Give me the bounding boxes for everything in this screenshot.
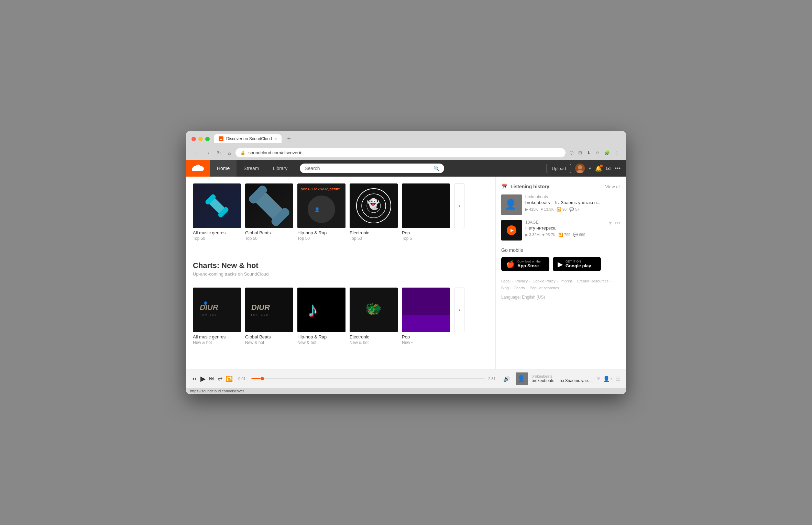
svg-point-0: [578, 165, 582, 169]
new-hot-card-electronic[interactable]: 🐲 Electronic New & hot: [350, 288, 398, 345]
notification-badge: [600, 165, 603, 167]
footer-privacy[interactable]: Privacy: [515, 279, 528, 283]
svg-text:👤: 👤: [203, 301, 208, 306]
svg-point-10: [308, 196, 335, 223]
sep7: ·: [526, 286, 527, 290]
sep5: ·: [610, 279, 611, 283]
svg-rect-35: [402, 315, 450, 332]
extension-icon[interactable]: 🧩: [603, 149, 611, 156]
star-icon[interactable]: ☆: [594, 149, 601, 156]
nav-links: Home Stream Library: [210, 160, 294, 177]
listening-history-title-group: 📅 Listening history: [501, 183, 549, 190]
chart-card-global-beats[interactable]: Global Beats Top 50: [245, 183, 293, 241]
browser-window: ☁ Discover on SoundCloud × + ← → ↻ ⌂ 🔒 s…: [186, 131, 626, 394]
footer-legal[interactable]: Legal: [501, 279, 511, 283]
browser-tab[interactable]: ☁ Discover on SoundCloud ×: [214, 134, 282, 143]
tab-close-btn[interactable]: ×: [275, 137, 277, 141]
notifications-icon[interactable]: 🔔: [595, 165, 602, 172]
repeat-button[interactable]: 🔁: [226, 376, 233, 382]
nav-home[interactable]: Home: [210, 160, 237, 177]
nav-library[interactable]: Library: [266, 160, 294, 177]
footer-imprint[interactable]: Imprint: [560, 279, 572, 283]
history-info-brokeubeats: brokeubeats brokeubeats - Ты Знаешь улет…: [525, 194, 621, 212]
chart-title-hiphop: Hip-hop & Rap: [297, 230, 345, 235]
chart-card-all-genres[interactable]: All music genres Top 50: [193, 183, 241, 241]
reload-button[interactable]: ↻: [215, 149, 223, 157]
new-hot-title-hiphop: Hip-hop & Rap: [297, 334, 345, 339]
new-hot-thumb-pop: [402, 288, 450, 332]
cast-icon[interactable]: ⬡: [568, 149, 575, 156]
upload-button[interactable]: Upload: [547, 164, 571, 173]
player-track-thumb: 👤: [516, 372, 528, 385]
svg-text:SODA LUV X WHY_BERRY: SODA LUV X WHY_BERRY: [301, 188, 340, 191]
soundcloud-logo[interactable]: [186, 160, 210, 177]
player-queue-button[interactable]: ☰: [616, 376, 621, 382]
forward-button[interactable]: →: [203, 149, 212, 157]
new-hot-card-global[interactable]: DIUR TOP 100 Global Beats New & hot: [245, 288, 293, 345]
svg-rect-27: [297, 288, 345, 332]
prev-button[interactable]: ⏮: [191, 376, 197, 382]
dior-artwork-2: DIUR TOP 100: [245, 288, 293, 332]
chart-thumb-electronic: 👻: [350, 183, 398, 228]
more-options-icon[interactable]: •••: [615, 165, 621, 171]
new-hot-card-pop[interactable]: Pop New •: [402, 288, 450, 345]
download-icon[interactable]: ⬇: [585, 149, 592, 156]
app-store-button[interactable]: 🍎 Download on the App Store: [501, 257, 549, 271]
new-hot-next-button[interactable]: ›: [454, 288, 464, 332]
nav-stream[interactable]: Stream: [237, 160, 266, 177]
messages-icon[interactable]: ✉: [606, 165, 611, 172]
history-thumb-10age[interactable]: ▶: [501, 220, 522, 241]
footer-popular[interactable]: Popular searches: [530, 286, 559, 290]
minimize-button[interactable]: [198, 137, 203, 141]
user-avatar[interactable]: [575, 164, 585, 173]
address-bar: ← → ↻ ⌂ 🔒 soundcloud.com/discover# ⬡ ⊞ ⬇…: [186, 146, 626, 160]
player-follow-button[interactable]: 👤+: [603, 376, 613, 382]
close-button[interactable]: [191, 137, 196, 141]
top50-next-button[interactable]: ›: [454, 183, 464, 228]
home-button[interactable]: ⌂: [226, 149, 233, 157]
language-selector[interactable]: English (US): [522, 295, 545, 300]
menu-icon[interactable]: ⋮: [613, 149, 621, 156]
language-label: Language:: [501, 295, 521, 300]
progress-bar[interactable]: [251, 378, 485, 379]
chart-thumb-global-beats: [245, 183, 293, 228]
new-hot-card-all[interactable]: DIUR TOP 100 👤 All music genres New & ho…: [193, 288, 241, 345]
search-input[interactable]: [305, 166, 434, 171]
profile-dropdown-icon[interactable]: ▾: [589, 166, 591, 171]
search-bar[interactable]: 🔍: [300, 164, 444, 173]
total-time: 2:31: [488, 377, 498, 381]
history-item-brokeubeats: 👤 brokeubeats brokeubeats - Ты Знаешь ул…: [501, 194, 621, 215]
footer-creator[interactable]: Creator Resources: [577, 279, 608, 283]
google-play-main: Google play: [566, 263, 591, 268]
volume-button[interactable]: 🔊: [503, 376, 510, 382]
player-like-button[interactable]: ♥: [597, 376, 600, 382]
like-button-10age[interactable]: ♥: [609, 220, 612, 226]
grid-icon[interactable]: ⊞: [577, 149, 583, 156]
history-thumb-brokeubeats[interactable]: 👤: [501, 194, 522, 215]
google-play-button[interactable]: ▶ GET IT ON Google play: [553, 257, 601, 271]
chart-card-electronic[interactable]: 👻 Electronic Top 50: [350, 183, 398, 241]
view-all-link[interactable]: View all: [605, 184, 621, 189]
back-button[interactable]: ←: [191, 149, 200, 157]
footer-cookie[interactable]: Cookie Policy: [533, 279, 556, 283]
next-button[interactable]: ⏭: [209, 376, 215, 382]
google-play-icon: ▶: [558, 260, 563, 268]
more-button-10age[interactable]: •••: [615, 220, 621, 226]
new-hot-card-hiphop[interactable]: ♪ ♪ ♪ Hip-hop & Rap New & hot: [297, 288, 345, 345]
url-text: soundcloud.com/discover#: [248, 150, 301, 155]
play-pause-button[interactable]: ▶: [200, 375, 206, 383]
new-hot-title-global: Global Beats: [245, 334, 293, 339]
chart-card-hiphop[interactable]: SODA LUV X WHY_BERRY 👤 Hip-hop & Rap Top…: [297, 183, 345, 241]
maximize-button[interactable]: [205, 137, 210, 141]
player-progress: 0:01 2:31: [238, 377, 498, 381]
chart-sub-electronic: Top 50: [350, 236, 398, 241]
new-tab-button[interactable]: +: [284, 135, 294, 143]
progress-fill: [251, 378, 261, 379]
player-thumb-art: 👤: [516, 372, 528, 385]
chart-card-pop[interactable]: Pop Top 5: [402, 183, 450, 241]
footer-blog[interactable]: Blog: [501, 286, 509, 290]
shuffle-button[interactable]: ⇄: [218, 376, 222, 382]
url-bar[interactable]: 🔒 soundcloud.com/discover#: [235, 148, 566, 157]
footer-charts[interactable]: Charts: [514, 286, 525, 290]
go-mobile-section: Go mobile 🍎 Download on the App Store ▶ …: [501, 247, 621, 271]
